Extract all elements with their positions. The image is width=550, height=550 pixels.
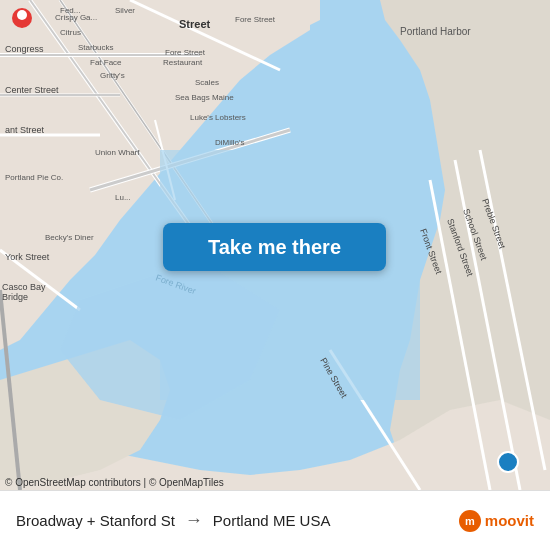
svg-text:Bridge: Bridge [2, 292, 28, 302]
svg-text:Citrus: Citrus [60, 28, 81, 37]
svg-text:Lu...: Lu... [115, 193, 131, 202]
moovit-icon: m [459, 510, 481, 532]
map-attribution: © OpenStreetMap contributors | © OpenMap… [5, 477, 224, 488]
route-arrow: → [185, 510, 203, 531]
map-container: Portland Harbor Street Congress Center S… [0, 0, 550, 490]
svg-text:Fat Face: Fat Face [90, 58, 122, 67]
svg-text:Fed...: Fed... [60, 6, 80, 15]
svg-text:Portland Harbor: Portland Harbor [400, 26, 471, 37]
take-me-there-button[interactable]: Take me there [163, 223, 386, 271]
svg-text:Fore Street: Fore Street [165, 48, 206, 57]
svg-text:Casco Bay: Casco Bay [2, 282, 46, 292]
svg-point-61 [17, 10, 27, 20]
bottom-bar: Broadway + Stanford St → Portland ME USA… [0, 490, 550, 550]
svg-text:Fore Street: Fore Street [235, 15, 276, 24]
svg-text:Congress: Congress [5, 44, 44, 54]
moovit-logo-text: moovit [485, 512, 534, 529]
svg-text:Union Wharf: Union Wharf [95, 148, 140, 157]
route-info: Broadway + Stanford St → Portland ME USA [16, 510, 459, 531]
svg-text:Starbucks: Starbucks [78, 43, 114, 52]
svg-text:Gritty's: Gritty's [100, 71, 125, 80]
svg-text:York Street: York Street [5, 252, 50, 262]
svg-text:Becky's Diner: Becky's Diner [45, 233, 94, 242]
svg-text:ant Street: ant Street [5, 125, 45, 135]
svg-text:Portland Pie Co.: Portland Pie Co. [5, 173, 63, 182]
svg-point-62 [498, 452, 518, 472]
svg-text:DiMillo's: DiMillo's [215, 138, 245, 147]
route-to: Portland ME USA [213, 512, 331, 529]
svg-text:Street: Street [179, 18, 211, 30]
svg-text:Center Street: Center Street [5, 85, 59, 95]
svg-text:Luke's Lobsters: Luke's Lobsters [190, 113, 246, 122]
route-from: Broadway + Stanford St [16, 512, 175, 529]
svg-text:Scales: Scales [195, 78, 219, 87]
svg-text:Sea Bags Maine: Sea Bags Maine [175, 93, 234, 102]
moovit-logo: m moovit [459, 510, 534, 532]
svg-text:Restaurant: Restaurant [163, 58, 203, 67]
svg-text:Silver: Silver [115, 6, 135, 15]
